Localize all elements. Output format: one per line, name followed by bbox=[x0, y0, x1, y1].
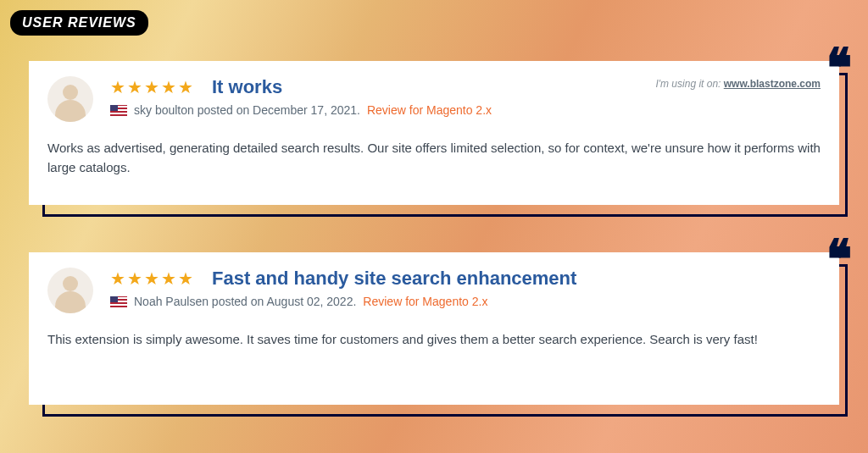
review-body-text: This extension is simply awesome. It sav… bbox=[47, 330, 821, 350]
review-byline: sky boulton posted on December 17, 2021.… bbox=[110, 103, 645, 117]
avatar-icon bbox=[47, 268, 93, 313]
review-title[interactable]: It works bbox=[212, 76, 282, 98]
review-for-link[interactable]: Review for Magento 2.x bbox=[367, 103, 492, 117]
review-for-link[interactable]: Review for Magento 2.x bbox=[363, 295, 487, 308]
review-byline: Noah Paulsen posted on August 02, 2022. … bbox=[110, 295, 821, 308]
review-author: sky boulton bbox=[134, 103, 194, 117]
card-body: ❛❛ ★★★★★ It works sky boulton posted on … bbox=[29, 61, 839, 205]
star-rating: ★★★★★ bbox=[110, 268, 195, 289]
posted-label: posted on bbox=[212, 295, 264, 308]
using-label: I'm using it on: bbox=[655, 78, 721, 90]
flag-icon bbox=[110, 105, 127, 116]
review-card: ❛❛ ★★★★★ It works sky boulton posted on … bbox=[29, 61, 839, 205]
posted-label: posted on bbox=[198, 103, 250, 117]
review-card: ❛❛ ★★★★★ Fast and handy site search enha… bbox=[29, 252, 839, 405]
review-body-text: Works as advertised, generating detailed… bbox=[47, 139, 821, 177]
star-rating: ★★★★★ bbox=[110, 77, 195, 97]
review-date: August 02, 2022. bbox=[266, 295, 356, 308]
card-body: ❛❛ ★★★★★ Fast and handy site search enha… bbox=[29, 252, 839, 405]
review-title[interactable]: Fast and handy site search enhancement bbox=[212, 268, 576, 290]
using-note: I'm using it on: www.blastzone.com bbox=[655, 78, 821, 90]
review-date: December 17, 2021. bbox=[253, 103, 360, 117]
flag-icon bbox=[110, 296, 127, 307]
avatar-icon bbox=[47, 76, 93, 122]
section-badge: USER REVIEWS bbox=[10, 10, 148, 36]
using-site-link[interactable]: www.blastzone.com bbox=[724, 78, 821, 90]
review-author: Noah Paulsen bbox=[134, 295, 209, 308]
